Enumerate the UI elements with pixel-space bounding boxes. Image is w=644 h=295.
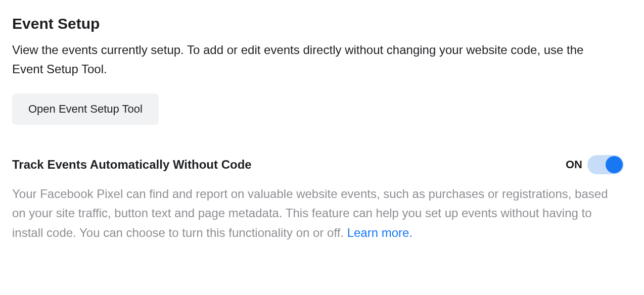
toggle-knob [606,156,623,173]
event-setup-title: Event Setup [12,15,632,32]
track-events-toggle[interactable] [587,155,624,174]
track-events-description-text: Your Facebook Pixel can find and report … [12,187,608,239]
period: . [409,226,412,239]
learn-more-link[interactable]: Learn more [347,226,409,239]
event-setup-description: View the events currently setup. To add … [12,40,609,79]
open-event-setup-tool-button[interactable]: Open Event Setup Tool [12,93,159,125]
toggle-controls: ON [566,155,624,174]
track-events-title: Track Events Automatically Without Code [12,158,252,172]
track-events-toggle-row: Track Events Automatically Without Code … [12,155,624,174]
track-events-description: Your Facebook Pixel can find and report … [12,184,624,242]
toggle-state-label: ON [566,158,582,171]
